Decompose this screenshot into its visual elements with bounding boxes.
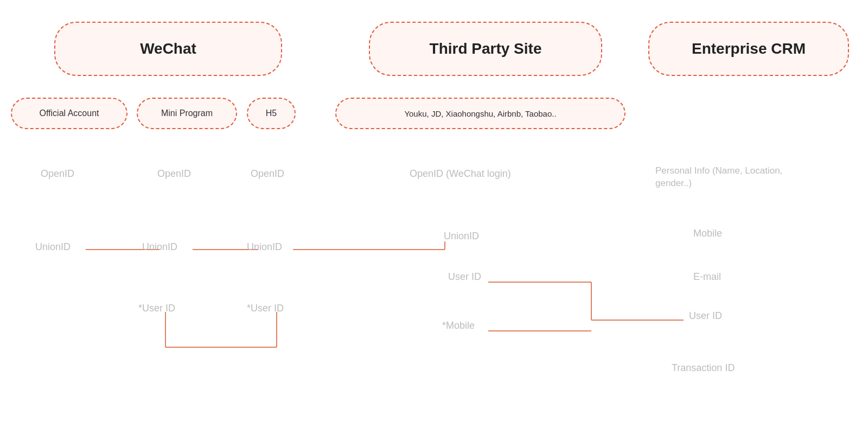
h5-box: H5 bbox=[247, 98, 296, 129]
crm-personal-info-2: gender..) bbox=[655, 178, 692, 189]
third-party-userid: User ID bbox=[448, 271, 481, 283]
enterprise-crm-title: Enterprise CRM bbox=[692, 40, 806, 58]
mini-program-box: Mini Program bbox=[137, 98, 237, 129]
third-party-mobile: *Mobile bbox=[442, 320, 475, 331]
third-party-main-box: Third Party Site bbox=[369, 22, 602, 76]
third-party-title: Third Party Site bbox=[430, 40, 542, 58]
third-party-openid: OpenID (WeChat login) bbox=[410, 168, 511, 180]
third-party-child-label: Youku, JD, Xiaohongshu, Airbnb, Taobao.. bbox=[399, 109, 561, 118]
h5-label: H5 bbox=[266, 108, 277, 118]
third-party-unionid: UnionID bbox=[444, 231, 479, 242]
wechat-unionid-mini: UnionID bbox=[142, 241, 177, 253]
wechat-openid-official: OpenID bbox=[41, 168, 74, 180]
crm-userid: User ID bbox=[689, 310, 722, 322]
wechat-unionid-h5: UnionID bbox=[247, 241, 282, 253]
wechat-main-box: WeChat bbox=[54, 22, 282, 76]
mini-program-label: Mini Program bbox=[161, 108, 213, 118]
wechat-openid-mini: OpenID bbox=[157, 168, 191, 180]
wechat-unionid-official: UnionID bbox=[35, 241, 71, 253]
crm-email: E-mail bbox=[693, 271, 721, 283]
wechat-openid-h5: OpenID bbox=[251, 168, 284, 180]
wechat-userid-h5: *User ID bbox=[247, 303, 284, 314]
diagram-container: WeChat Official Account Mini Program H5 … bbox=[0, 0, 868, 434]
official-account-label: Official Account bbox=[40, 108, 99, 118]
official-account-box: Official Account bbox=[11, 98, 127, 129]
crm-personal-info-1: Personal Info (Name, Location, bbox=[655, 165, 782, 176]
wechat-userid-mini: *User ID bbox=[138, 303, 175, 314]
enterprise-crm-main-box: Enterprise CRM bbox=[648, 22, 849, 76]
crm-transaction-id: Transaction ID bbox=[672, 362, 735, 374]
crm-mobile: Mobile bbox=[693, 228, 722, 239]
third-party-child-box: Youku, JD, Xiaohongshu, Airbnb, Taobao.. bbox=[335, 98, 626, 129]
wechat-title: WeChat bbox=[140, 40, 196, 58]
